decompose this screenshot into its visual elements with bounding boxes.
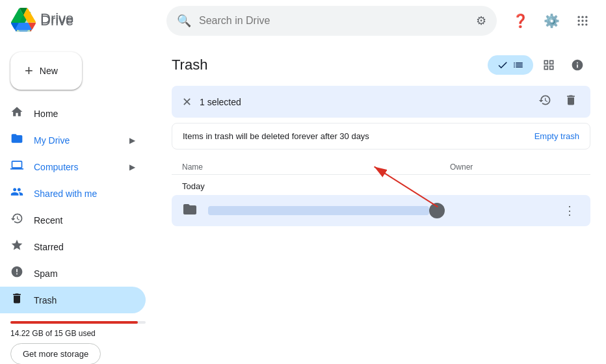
new-button[interactable]: + New [10,52,82,90]
plus-icon: + [25,62,33,79]
check-icon [497,59,508,71]
sidebar-mydrive-label: My Drive [34,135,70,146]
sidebar-item-trash[interactable]: Trash [0,287,146,313]
file-row[interactable]: ⋮ [172,195,590,226]
sidebar: + New Home My Drive ▶ [0,0,156,364]
selection-bar: ✕ 1 selected [172,86,590,118]
page-title: Trash [172,57,207,73]
sidebar-item-recent[interactable]: Recent [0,207,146,233]
column-owner-header: Owner [450,162,580,172]
sidebar-item-mydrive[interactable]: My Drive ▶ [0,127,146,153]
selected-count: 1 selected [200,97,528,107]
list-view-button[interactable] [488,55,533,75]
google-drive-logo [10,8,36,30]
storage-section: 14.22 GB of 15 GB used Get more storage [0,313,156,364]
new-button-label: New [40,66,58,76]
sidebar-item-home[interactable]: Home [0,100,146,127]
storage-bar-bg [10,321,146,324]
shared-icon [10,185,23,202]
sidebar-item-computers[interactable]: Computers ▶ [0,153,146,180]
sidebar-recent-label: Recent [34,215,62,226]
file-list-header: Name Owner [172,160,590,175]
sidebar-item-shared[interactable]: Shared with me [0,180,146,207]
file-name [208,206,429,215]
info-banner: Items in trash will be deleted forever a… [172,123,590,150]
main-content: Trash ✕ 1 selected [156,42,606,237]
storage-text: 14.22 GB of 15 GB used [10,329,146,338]
computers-expand-icon: ▶ [129,162,135,172]
sidebar-item-spam[interactable]: Spam [0,260,146,287]
sidebar-computers-label: Computers [34,162,78,172]
column-name-header: Name [182,162,450,172]
logo-fixed: Drive [10,8,73,30]
info-button[interactable] [564,52,590,78]
sidebar-spam-label: Spam [34,268,58,279]
grid-icon [542,58,555,72]
get-storage-button[interactable]: Get more storage [10,343,101,364]
more-options-button[interactable]: ⋮ [559,200,580,221]
home-icon [10,105,23,122]
info-banner-message: Items in trash will be deleted forever a… [183,131,369,141]
starred-icon [10,239,23,255]
info-icon [571,58,584,72]
page-header: Trash [172,52,590,78]
grid-view-button[interactable] [536,52,562,78]
recent-icon [10,212,23,228]
delete-button[interactable] [562,91,580,112]
logo-title-text: Drive [40,10,73,27]
empty-trash-button[interactable]: Empty trash [534,131,579,141]
folder-icon [182,202,198,220]
app-wrapper: Drive 🔍 ⚙ ❓ ⚙️ + New [0,0,606,364]
owner-avatar [429,203,445,218]
trash-nav-icon [10,292,23,308]
file-owner-area [429,203,559,218]
mydrive-icon [10,132,23,148]
date-group-today: Today [172,175,590,195]
main-wrapper: Trash ✕ 1 selected [156,0,606,364]
expand-icon: ▶ [129,136,135,145]
sidebar-starred-label: Starred [34,242,64,252]
spam-icon [10,265,23,281]
close-selection-button[interactable]: ✕ [182,95,192,109]
list-icon [512,59,524,71]
new-button-area: + New [0,47,156,100]
sidebar-trash-label: Trash [34,295,57,306]
sidebar-shared-label: Shared with me [34,188,97,199]
restore-history-button[interactable] [536,91,554,112]
view-toggle [488,52,590,78]
sidebar-home-label: Home [34,109,58,119]
storage-bar-fill [10,321,138,324]
computers-icon [10,159,23,175]
sidebar-nav: Home My Drive ▶ Computers ▶ [0,100,156,313]
sidebar-inner: + New Home My Drive ▶ [0,42,156,364]
sidebar-item-starred[interactable]: Starred [0,233,146,260]
